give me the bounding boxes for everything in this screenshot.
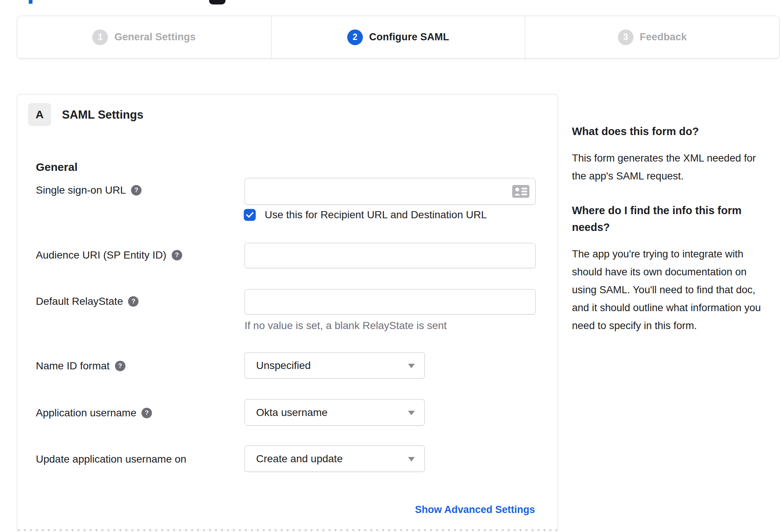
step-label: Configure SAML bbox=[369, 31, 449, 43]
audience-uri-label: Audience URI (SP Entity ID) ? bbox=[36, 249, 182, 262]
name-id-format-select[interactable]: Unspecified bbox=[245, 352, 425, 379]
default-relaystate-input[interactable] bbox=[245, 289, 536, 314]
step-feedback[interactable]: 3 Feedback bbox=[525, 16, 779, 58]
update-username-select[interactable]: Create and update bbox=[245, 445, 425, 472]
step-label: General Settings bbox=[114, 31, 196, 43]
application-username-label: Application username ? bbox=[36, 407, 152, 419]
help-sidebar: What does this form do? This form genera… bbox=[572, 123, 766, 335]
recipient-url-checkbox-label[interactable]: Use this for Recipient URL and Destinati… bbox=[265, 209, 487, 221]
step-configure-saml[interactable]: 2 Configure SAML bbox=[271, 16, 525, 58]
saml-settings-panel: A SAML Settings General Single sign-on U… bbox=[17, 94, 558, 532]
help-icon[interactable]: ? bbox=[115, 361, 125, 371]
name-id-format-label-text: Name ID format bbox=[36, 360, 110, 372]
check-icon bbox=[246, 212, 253, 218]
help-question-2: Where do I find the info this form needs… bbox=[572, 202, 766, 236]
update-username-label-text: Update application username on bbox=[36, 453, 186, 465]
update-username-value: Create and update bbox=[256, 453, 343, 465]
step-number-badge: 1 bbox=[92, 29, 108, 45]
clipped-top-element bbox=[29, 0, 32, 4]
general-section-heading: General bbox=[36, 161, 78, 173]
help-answer-2: The app you're trying to integrate with … bbox=[572, 245, 766, 335]
audience-uri-label-text: Audience URI (SP Entity ID) bbox=[36, 249, 167, 261]
chevron-down-icon bbox=[408, 457, 415, 461]
show-advanced-settings-link[interactable]: Show Advanced Settings bbox=[415, 504, 535, 516]
default-relaystate-label: Default RelayState ? bbox=[36, 295, 139, 308]
application-username-value: Okta username bbox=[256, 407, 327, 419]
section-a-badge: A bbox=[28, 103, 51, 126]
chevron-down-icon bbox=[408, 411, 415, 415]
clipped-top-icon bbox=[209, 0, 225, 4]
sso-url-label: Single sign-on URL ? bbox=[36, 184, 141, 197]
chevron-down-icon bbox=[408, 364, 415, 368]
help-icon[interactable]: ? bbox=[172, 250, 182, 260]
help-icon[interactable]: ? bbox=[141, 408, 152, 418]
help-question-1: What does this form do? bbox=[572, 123, 766, 140]
contact-card-icon[interactable] bbox=[512, 185, 529, 198]
step-number-badge: 2 bbox=[347, 29, 363, 45]
help-answer-1: This form generates the XML needed for t… bbox=[572, 149, 766, 185]
default-relaystate-label-text: Default RelayState bbox=[36, 295, 123, 307]
audience-uri-input[interactable] bbox=[245, 243, 536, 268]
help-icon[interactable]: ? bbox=[131, 185, 141, 195]
help-icon[interactable]: ? bbox=[128, 296, 139, 307]
sso-url-label-text: Single sign-on URL bbox=[36, 184, 126, 196]
sso-url-input[interactable] bbox=[245, 178, 536, 205]
step-general-settings[interactable]: 1 General Settings bbox=[17, 16, 271, 58]
recipient-url-checkbox[interactable] bbox=[244, 209, 256, 221]
step-number-badge: 3 bbox=[618, 29, 634, 45]
dashed-section-divider bbox=[18, 529, 557, 531]
panel-title: SAML Settings bbox=[62, 108, 143, 122]
update-username-label: Update application username on bbox=[36, 453, 186, 466]
name-id-format-value: Unspecified bbox=[256, 360, 311, 372]
saml-setup-wizard-page: 1 General Settings 2 Configure SAML 3 Fe… bbox=[0, 0, 781, 532]
relaystate-hint: If no value is set, a blank RelayState i… bbox=[245, 320, 447, 332]
wizard-stepper: 1 General Settings 2 Configure SAML 3 Fe… bbox=[17, 16, 780, 59]
application-username-select[interactable]: Okta username bbox=[245, 399, 425, 426]
application-username-label-text: Application username bbox=[36, 407, 136, 419]
name-id-format-label: Name ID format ? bbox=[36, 360, 125, 372]
step-label: Feedback bbox=[640, 31, 687, 43]
